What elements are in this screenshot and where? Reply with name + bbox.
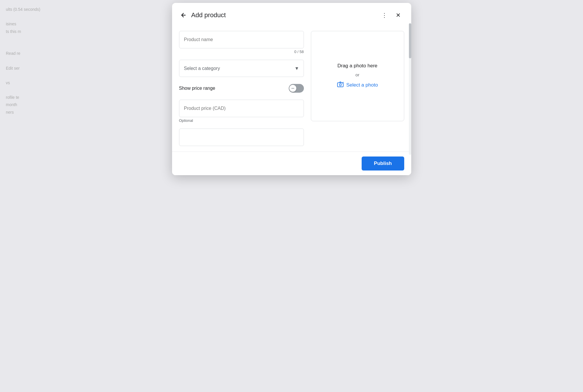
form-left: 0 / 58 Select a category ▼ Show pr <box>179 31 304 146</box>
category-group: Select a category ▼ <box>179 60 304 77</box>
category-wrapper: Select a category ▼ <box>179 60 304 77</box>
price-range-toggle-row: Show price range <box>179 83 304 94</box>
or-text: or <box>356 72 359 77</box>
dialog-title: Add product <box>191 11 379 19</box>
dialog-header: Add product ⋮ ✕ <box>172 3 411 26</box>
select-photo-button[interactable]: Select a photo <box>337 81 378 89</box>
more-options-button[interactable]: ⋮ <box>379 9 390 21</box>
form-layout: 0 / 58 Select a category ▼ Show pr <box>179 31 404 146</box>
header-actions: ⋮ ✕ <box>379 9 404 21</box>
svg-point-2 <box>342 83 342 84</box>
price-group: Optional <box>179 100 304 123</box>
form-right: Drag a photo here or <box>311 31 404 121</box>
toggle-label: Show price range <box>179 86 216 91</box>
back-button[interactable] <box>179 11 188 20</box>
product-name-input[interactable] <box>179 31 304 48</box>
camera-icon <box>337 81 344 89</box>
char-count: 0 / 58 <box>179 50 304 54</box>
dialog-overlay: Add product ⋮ ✕ 0 / 58 <box>0 0 583 392</box>
scroll-thumb <box>409 23 411 58</box>
additional-field-group <box>179 129 304 146</box>
svg-rect-0 <box>337 83 343 87</box>
price-input[interactable] <box>179 100 304 117</box>
toggle-thumb <box>289 85 296 92</box>
add-product-dialog: Add product ⋮ ✕ 0 / 58 <box>172 3 411 175</box>
optional-label: Optional <box>179 118 304 123</box>
select-photo-label: Select a photo <box>346 82 378 88</box>
publish-button[interactable]: Publish <box>362 157 404 170</box>
photo-upload-area[interactable]: Drag a photo here or <box>311 31 404 121</box>
drag-text: Drag a photo here <box>337 63 377 69</box>
dialog-footer: Publish <box>172 152 411 175</box>
price-range-toggle[interactable] <box>289 84 304 93</box>
close-button[interactable]: ✕ <box>393 9 404 21</box>
svg-point-1 <box>339 84 342 86</box>
more-icon: ⋮ <box>381 12 387 19</box>
additional-input[interactable] <box>179 129 304 146</box>
close-icon: ✕ <box>396 12 401 19</box>
category-select[interactable]: Select a category <box>179 60 304 77</box>
product-name-group: 0 / 58 <box>179 31 304 54</box>
scroll-bar <box>409 23 411 155</box>
